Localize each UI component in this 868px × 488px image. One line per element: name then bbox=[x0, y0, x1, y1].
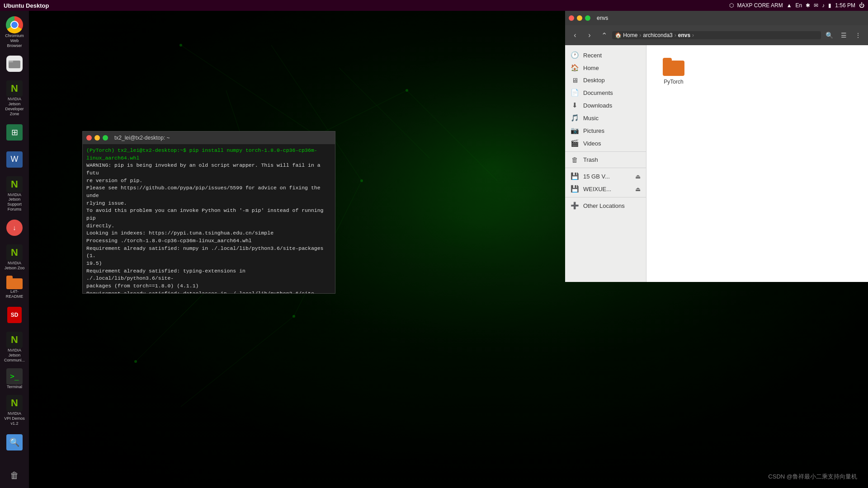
dock-item-search[interactable]: 🔍 bbox=[2, 430, 27, 455]
dock-item-files[interactable] bbox=[2, 52, 27, 77]
dock-item-sd[interactable]: SD bbox=[2, 303, 27, 328]
term-line-8: Requirement already satisfied: typing-ex… bbox=[86, 268, 245, 289]
clock[interactable]: 1:56 PM bbox=[835, 2, 855, 9]
svg-rect-26 bbox=[9, 61, 13, 62]
sidebar-item-trash[interactable]: 🗑 Trash bbox=[565, 154, 646, 166]
sidebar-item-home[interactable]: 🏠 Home bbox=[565, 61, 646, 74]
terminal-minimize-btn[interactable] bbox=[94, 135, 100, 141]
dock-item-terminal[interactable]: >_ Terminal bbox=[2, 366, 27, 391]
search-icon: 🔍 bbox=[6, 434, 23, 450]
sidebar-item-documents[interactable]: 📄 Documents bbox=[565, 86, 646, 99]
sidebar-item-15gb[interactable]: 💾 15 GB V... ⏏ bbox=[565, 170, 646, 183]
fm-view-list-btn[interactable]: ☰ bbox=[837, 29, 850, 42]
downloads-icon: ⬇ bbox=[571, 101, 579, 109]
topbar: Ubuntu Desktop ⬡ MAXP CORE ARM ▲ En ✱ ✉ … bbox=[0, 0, 868, 11]
dock-item-trash[interactable]: 🗑 bbox=[2, 463, 27, 488]
nvidia-jetson-support-icon: N bbox=[6, 176, 23, 192]
dock-item-chromium[interactable]: ChromiumWebBrowser bbox=[2, 14, 27, 50]
fm-back-btn[interactable]: ‹ bbox=[569, 29, 581, 42]
l4t-readme-icon bbox=[6, 276, 23, 289]
sidebar-item-pictures[interactable]: 📷 Pictures bbox=[565, 124, 646, 137]
fm-up-btn[interactable]: ⌃ bbox=[598, 29, 610, 42]
watermark: CSDN @鲁祥最小二乘支持向量机 bbox=[768, 473, 857, 481]
breadcrumb-home[interactable]: 🏠 Home bbox=[615, 32, 637, 38]
sidebar-item-desktop[interactable]: 🖥 Desktop bbox=[565, 74, 646, 86]
videos-icon: 🎬 bbox=[571, 139, 579, 147]
chromium-label: ChromiumWebBrowser bbox=[5, 33, 24, 48]
eject-15gb-btn[interactable]: ⏏ bbox=[635, 173, 641, 180]
pytorch-folder-icon bbox=[663, 58, 684, 76]
fm-title: envs bbox=[597, 15, 608, 21]
fm-forward-btn[interactable]: › bbox=[583, 29, 596, 42]
fm-main: PyTorch bbox=[646, 45, 868, 282]
breadcrumb-archiconda3[interactable]: archiconda3 bbox=[643, 32, 672, 38]
terminal-label: Terminal bbox=[7, 385, 22, 389]
nvidia-vpi-label: NVIDIAVPI Demosv1.2 bbox=[4, 411, 25, 426]
nvidia-jetson-zoo-label: NVIDIAJetson Zoo bbox=[5, 261, 25, 271]
dock-item-nvidia-jetson-support[interactable]: N NVIDIAJetsonSupportForums bbox=[2, 174, 27, 214]
writer-icon: W bbox=[6, 151, 23, 168]
svg-point-19 bbox=[134, 360, 137, 363]
fm-minimize-btn[interactable] bbox=[577, 15, 582, 21]
term-line-3: Please see https://github.com/pypa/pip/i… bbox=[86, 185, 321, 206]
nvidia-indicator[interactable]: ⬡ bbox=[729, 2, 734, 9]
dock-item-nvidia-jetson-dev[interactable]: N NVIDIAJetsonDeveloperZone bbox=[2, 79, 27, 118]
sidebar-item-recent[interactable]: 🕐 Recent bbox=[565, 49, 646, 61]
sidebar-divider-1 bbox=[565, 151, 646, 152]
fm-toolbar: ‹ › ⌃ 🏠 Home › archiconda3 › envs › 🔍 ☰ … bbox=[565, 25, 868, 45]
sidebar-item-music[interactable]: 🎵 Music bbox=[565, 112, 646, 124]
dock-item-l4t-readme[interactable]: L4T-README bbox=[2, 274, 27, 301]
terminal-maximize-btn[interactable] bbox=[103, 135, 108, 141]
eject-weixue-btn[interactable]: ⏏ bbox=[635, 186, 641, 192]
dock: ChromiumWebBrowser N NVIDIAJetsonDevelop… bbox=[0, 11, 29, 488]
topbar-title: Ubuntu Desktop bbox=[4, 2, 49, 9]
dock-item-nvidia-communi[interactable]: N NVIDIAJetsonCommuni... bbox=[2, 330, 27, 364]
topbar-indicators: ⬡ MAXP CORE ARM ▲ En ✱ ✉ ♪ ▮ 1:56 PM ⏻ bbox=[729, 2, 864, 9]
sidebar-item-videos[interactable]: 🎬 Videos bbox=[565, 137, 646, 150]
nvidia-communi-label: NVIDIAJetsonCommuni... bbox=[4, 348, 25, 362]
dock-item-spreadsheet[interactable]: ⊞ bbox=[2, 120, 27, 145]
sound-icon[interactable]: ♪ bbox=[822, 2, 825, 9]
fm-maximize-btn[interactable] bbox=[585, 15, 590, 21]
sidebar-divider-3 bbox=[565, 197, 646, 197]
chromium-icon bbox=[6, 16, 23, 33]
sidebar-videos-label: Videos bbox=[583, 140, 601, 147]
svg-point-23 bbox=[292, 315, 295, 318]
term-line-5: Looking in indexes: https://pypi.tuna.ts… bbox=[86, 230, 274, 236]
terminal-titlebar: tx2_lei@tx2-desktop: ~ bbox=[83, 131, 335, 144]
sidebar-item-other-locations[interactable]: ➕ Other Locations bbox=[565, 199, 646, 212]
wifi-icon[interactable]: ▲ bbox=[787, 2, 792, 9]
fm-search-btn[interactable]: 🔍 bbox=[823, 29, 835, 42]
sidebar-item-downloads[interactable]: ⬇ Downloads bbox=[565, 99, 646, 112]
bluetooth-icon[interactable]: ✱ bbox=[806, 2, 810, 9]
sidebar-weixue-label: WEIXUE... bbox=[583, 186, 611, 192]
power-icon[interactable]: ⏻ bbox=[859, 2, 864, 9]
dock-item-nvidia-jetson-zoo[interactable]: N NVIDIAJetson Zoo bbox=[2, 243, 27, 272]
sidebar-divider-2 bbox=[565, 168, 646, 168]
l4t-readme-label: L4T-README bbox=[6, 289, 24, 299]
term-line-7: Requirement already satisfied: numpy in … bbox=[86, 245, 324, 266]
dock-item-nvidia-vpi[interactable]: N NVIDIAVPI Demosv1.2 bbox=[2, 393, 27, 427]
dock-item-writer[interactable]: W bbox=[2, 147, 27, 173]
en-icon[interactable]: En bbox=[796, 2, 802, 9]
terminal-body[interactable]: (PyTorch) tx2_lei@tx2-desktop:~$ pip ins… bbox=[83, 144, 335, 293]
terminal-close-btn[interactable] bbox=[86, 135, 92, 141]
maxp-label: MAXP CORE ARM bbox=[737, 2, 783, 9]
desktop: Ubuntu Desktop ⬡ MAXP CORE ARM ▲ En ✱ ✉ … bbox=[0, 0, 868, 488]
trash-sidebar-icon: 🗑 bbox=[571, 156, 579, 164]
term-line-2: WARNING: pip is being invoked by an old … bbox=[86, 162, 321, 183]
email-icon[interactable]: ✉ bbox=[814, 2, 818, 9]
svg-point-16 bbox=[179, 44, 182, 47]
pytorch-folder-label: PyTorch bbox=[664, 79, 683, 85]
sidebar-desktop-label: Desktop bbox=[583, 77, 605, 84]
dock-item-installer[interactable]: ↓ bbox=[2, 216, 27, 241]
folder-pytorch[interactable]: PyTorch bbox=[656, 54, 692, 89]
breadcrumb-envs[interactable]: envs bbox=[678, 32, 690, 38]
file-manager: envs ‹ › ⌃ 🏠 Home › archiconda3 › envs ›… bbox=[565, 11, 868, 282]
fm-close-btn[interactable] bbox=[569, 15, 574, 21]
term-line-6: Processing ./torch-1.8.0-cp36-cp36m-linu… bbox=[86, 238, 252, 244]
battery-icon[interactable]: ▮ bbox=[828, 2, 831, 9]
term-line-4: To avoid this problem you can invoke Pyt… bbox=[86, 207, 324, 228]
fm-menu-btn[interactable]: ⋮ bbox=[852, 29, 864, 42]
sidebar-item-weixue[interactable]: 💾 WEIXUE... ⏏ bbox=[565, 183, 646, 195]
